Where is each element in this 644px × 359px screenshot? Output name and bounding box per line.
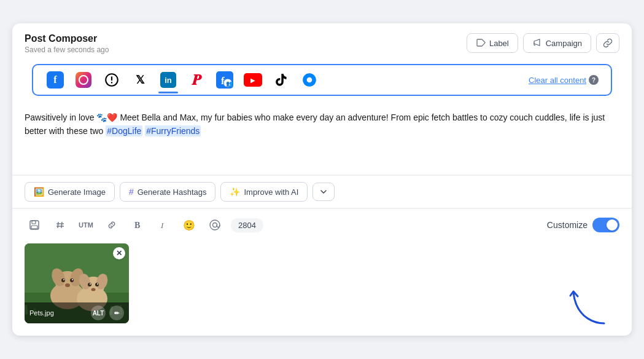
image-close-button[interactable]: ✕: [113, 247, 125, 259]
youtube-icon: ▶: [244, 73, 262, 87]
platform-threads[interactable]: [102, 70, 122, 90]
label-button-text: Label: [489, 39, 509, 48]
tiktok-icon: [274, 73, 289, 87]
save-icon-button[interactable]: [25, 215, 44, 235]
emoji-button[interactable]: 🙂: [179, 215, 199, 235]
blue-arrow: [564, 280, 613, 329]
mention-icon: [209, 219, 221, 231]
platform-facebook-page[interactable]: f 👥: [215, 70, 235, 90]
edit-icon: ✏: [114, 310, 119, 317]
customize-toggle[interactable]: [592, 218, 619, 232]
campaign-button[interactable]: Campaign: [523, 33, 591, 53]
hashtag-doglife: #DogLife: [106, 125, 142, 136]
image-filename: Pets.jpg: [29, 309, 54, 317]
bold-icon: B: [133, 220, 142, 230]
svg-line-7: [58, 222, 58, 228]
alt-text-button[interactable]: ALT: [91, 306, 106, 320]
help-icon[interactable]: ?: [589, 75, 599, 85]
generate-hashtags-icon: #: [129, 187, 134, 197]
platforms-list: f 𝕏 in: [45, 70, 319, 90]
chevron-down-icon: [319, 187, 328, 196]
svg-text:B: B: [134, 221, 140, 230]
page-title: Post Composer: [25, 33, 109, 44]
clear-all-section: Clear all content ?: [529, 75, 599, 85]
image-thumbnail: ✕ Pets.jpg ALT ✏: [25, 243, 129, 323]
platform-pinterest[interactable]: 𝑷: [187, 70, 206, 90]
generate-hashtags-button[interactable]: # Generate Hashtags: [120, 182, 216, 202]
improve-ai-label: Improve with AI: [244, 187, 298, 197]
facebook-page-icon: f 👥: [216, 71, 233, 89]
label-button[interactable]: Label: [467, 33, 518, 53]
italic-button[interactable]: I: [153, 215, 173, 235]
svg-rect-5: [32, 221, 36, 224]
char-count: 2804: [231, 218, 263, 232]
instagram-icon: [76, 72, 91, 88]
campaign-button-text: Campaign: [546, 39, 582, 48]
shortlink-button[interactable]: [102, 215, 122, 235]
save-icon: [29, 219, 40, 231]
svg-point-31: [95, 283, 99, 286]
clear-all-button[interactable]: Clear all content: [529, 76, 586, 85]
platform-facebook[interactable]: f: [45, 70, 65, 90]
label-icon: [476, 38, 486, 48]
bottom-left-tools: UTM B I 🙂: [25, 215, 263, 235]
emoji-icon: 🙂: [183, 219, 195, 231]
svg-point-33: [97, 283, 98, 285]
platform-instagram[interactable]: [74, 70, 93, 90]
platform-linkedin[interactable]: in: [158, 70, 178, 90]
edit-image-button[interactable]: ✏: [109, 306, 124, 320]
platform-x[interactable]: 𝕏: [130, 70, 150, 90]
platform-tiktok[interactable]: [271, 70, 291, 90]
alt-label: ALT: [93, 310, 104, 317]
svg-point-32: [90, 283, 91, 285]
mention-button[interactable]: [205, 215, 225, 235]
post-content-area[interactable]: Pawsitively in love 🐾❤️ Meet Bella and M…: [12, 101, 632, 175]
image-section: ✕ Pets.jpg ALT ✏: [12, 241, 632, 336]
link-button[interactable]: [596, 33, 619, 53]
bottom-toolbar: UTM B I 🙂: [12, 208, 632, 241]
hashtag-icon-button[interactable]: [50, 215, 70, 235]
shortlink-icon: [106, 219, 117, 231]
post-composer-card: Post Composer Saved a few seconds ago La…: [12, 23, 632, 336]
svg-point-24: [72, 279, 73, 280]
bold-button[interactable]: B: [128, 215, 147, 235]
pinterest-icon: 𝑷: [192, 73, 201, 87]
italic-icon: I: [158, 220, 168, 230]
platform-bluesky[interactable]: [300, 70, 319, 90]
card-header: Post Composer Saved a few seconds ago La…: [12, 23, 632, 59]
bottom-right-tools: Customize: [547, 218, 619, 232]
improve-ai-icon: ✨: [230, 187, 240, 197]
svg-point-23: [63, 279, 64, 280]
hashtag-furryfriends: #FurryFriends: [145, 125, 201, 136]
linkedin-icon: in: [160, 72, 176, 88]
generate-image-icon: 🖼️: [34, 187, 44, 197]
svg-point-21: [61, 278, 65, 282]
svg-point-13: [210, 220, 220, 230]
saved-status: Saved a few seconds ago: [25, 45, 109, 54]
svg-line-8: [61, 222, 62, 228]
image-footer: Pets.jpg ALT ✏: [25, 302, 129, 323]
svg-point-22: [70, 278, 74, 282]
platforms-row: f 𝕏 in: [32, 64, 612, 96]
svg-text:👥: 👥: [226, 80, 233, 87]
link-icon: [603, 38, 613, 48]
utm-button[interactable]: UTM: [76, 215, 96, 235]
generate-image-label: Generate Image: [48, 187, 106, 197]
utm-label: UTM: [79, 221, 93, 229]
image-action-buttons: ALT ✏: [91, 306, 124, 320]
svg-point-30: [88, 283, 91, 286]
platform-youtube[interactable]: ▶: [243, 70, 263, 90]
bluesky-icon: [301, 72, 317, 88]
generate-image-button[interactable]: 🖼️ Generate Image: [25, 182, 115, 202]
svg-rect-6: [31, 226, 37, 229]
svg-point-34: [91, 288, 96, 291]
improve-ai-button[interactable]: ✨ Improve with AI: [220, 182, 308, 202]
more-options-button[interactable]: [312, 183, 335, 201]
svg-text:I: I: [160, 221, 164, 230]
generate-hashtags-label: Generate Hashtags: [138, 187, 207, 197]
x-icon: 𝕏: [136, 73, 145, 87]
campaign-icon: [532, 38, 542, 48]
hashtag-icon: [55, 219, 66, 231]
threads-icon: [104, 72, 120, 88]
svg-point-25: [65, 283, 70, 287]
